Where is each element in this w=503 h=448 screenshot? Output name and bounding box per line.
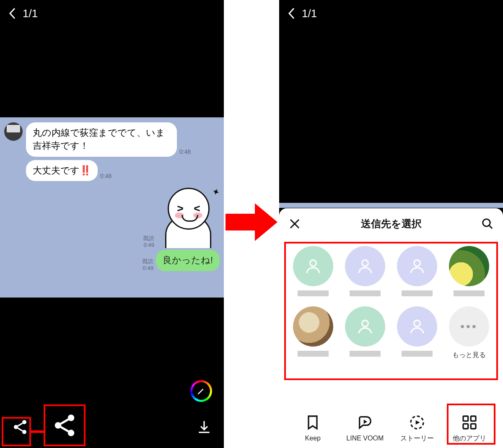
sheet-title: 送信先を選択 [361,217,422,230]
avatar [4,122,23,141]
topbar: 1/1 [279,0,503,27]
read-receipt: 既読 0:49 [143,235,154,248]
timestamp: 0:48 [100,173,111,179]
share-button-highlight [44,404,86,446]
left-screen: 1/1 丸の内線で荻窪まででて、いま吉祥寺です！ 0:48 大丈夫です‼️ 0:… [0,0,224,448]
download-icon[interactable] [196,419,212,435]
chat-screenshot: 丸の内線で荻窪まででて、いま吉祥寺です！ 0:48 大丈夫です‼️ 0:48 既… [0,117,224,298]
search-icon[interactable] [481,218,494,230]
bottom-toolbar [0,406,224,448]
svg-point-15 [310,260,316,266]
share-story[interactable]: ストーリー [394,414,440,442]
message-bubble-reply: 良かったね! [156,250,220,271]
bookmark-icon [304,414,321,431]
highlight-connector [31,430,44,433]
voom-icon [357,414,373,431]
sheet-header: 送信先を選択 [279,208,503,239]
svg-point-18 [362,320,368,326]
close-icon[interactable] [288,218,301,230]
svg-marker-10 [226,203,277,241]
read-receipt: 既読 0:49 [143,258,153,271]
page-counter: 1/1 [23,7,38,20]
topbar: 1/1 [0,0,224,27]
message-bubble-2: 大丈夫です‼️ [26,160,98,181]
back-icon[interactable] [288,7,296,20]
svg-point-6 [55,422,62,429]
sticker-moon: ✦ [157,185,220,248]
share-sheet: 送信先を選択 •••もっと見る Keep LINE VOOM ストーリー 他 [279,208,503,448]
svg-point-7 [68,430,75,436]
svg-line-8 [61,420,68,424]
right-screen: 1/1 送信先を選択 •••もっと見る Keep LINE VOOM [279,0,503,448]
edit-draw-button[interactable] [190,380,212,402]
page-counter: 1/1 [302,7,317,20]
svg-line-14 [489,225,493,229]
svg-point-19 [414,320,420,326]
svg-point-5 [68,414,75,421]
svg-point-13 [483,219,490,227]
back-icon[interactable] [8,7,17,20]
chat-peek [279,203,503,208]
timestamp: 0:48 [179,148,191,155]
share-keep[interactable]: Keep [290,414,336,442]
share-button-highlight-small [2,417,31,446]
svg-marker-21 [416,420,420,425]
share-voom[interactable]: LINE VOOM [342,414,388,442]
svg-point-17 [414,260,420,266]
arrow-icon [226,201,277,243]
other-apps-highlight [447,404,495,445]
svg-line-9 [61,427,68,431]
message-bubble-1: 丸の内線で荻窪まででて、いま吉祥寺です！ [26,122,177,157]
story-icon [409,414,425,431]
svg-point-16 [362,260,368,266]
share-icon-large[interactable] [52,412,78,438]
